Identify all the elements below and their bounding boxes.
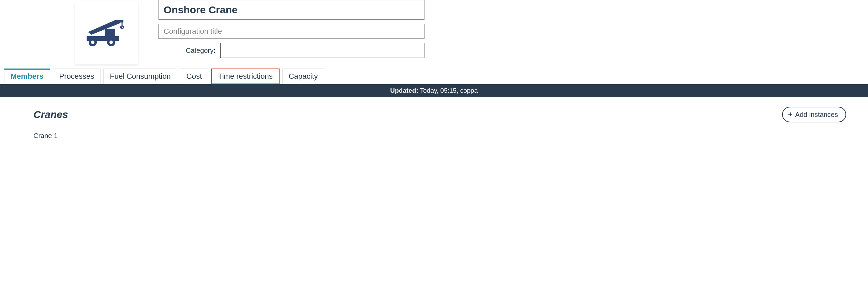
section-title: Cranes [33,109,68,120]
tab-processes[interactable]: Processes [53,69,101,84]
svg-rect-3 [119,20,123,22]
header-area: Category: [0,0,868,69]
content-area: Cranes + Add instances Crane 1 [0,97,868,140]
category-row: Category: [159,43,424,58]
tab-fuel-consumption[interactable]: Fuel Consumption [103,69,177,84]
tab-members[interactable]: Members [4,69,50,84]
add-instances-button[interactable]: + Add instances [782,107,847,122]
list-item[interactable]: Crane 1 [33,132,846,140]
title-input[interactable] [159,0,424,20]
config-title-input[interactable] [159,24,424,39]
crane-truck-icon [85,17,129,49]
vehicle-icon-card [75,1,138,64]
updated-bar: Updated: Today, 05:15, coppa [0,84,868,97]
add-button-label: Add instances [795,111,838,119]
tab-capacity[interactable]: Capacity [282,69,325,84]
category-label: Category: [186,47,215,55]
tab-time-restrictions[interactable]: Time restrictions [211,69,280,84]
tabs-bar: Members Processes Fuel Consumption Cost … [0,69,868,84]
svg-rect-1 [105,29,115,37]
tab-cost[interactable]: Cost [180,69,208,84]
category-input[interactable] [220,43,424,58]
updated-label: Updated: [390,87,418,94]
fields-column: Category: [159,0,424,58]
plus-icon: + [788,110,793,119]
updated-value: Today, 05:15, coppa [420,87,478,94]
svg-point-7 [109,41,113,44]
svg-point-5 [91,41,94,44]
section-header: Cranes + Add instances [33,107,846,122]
